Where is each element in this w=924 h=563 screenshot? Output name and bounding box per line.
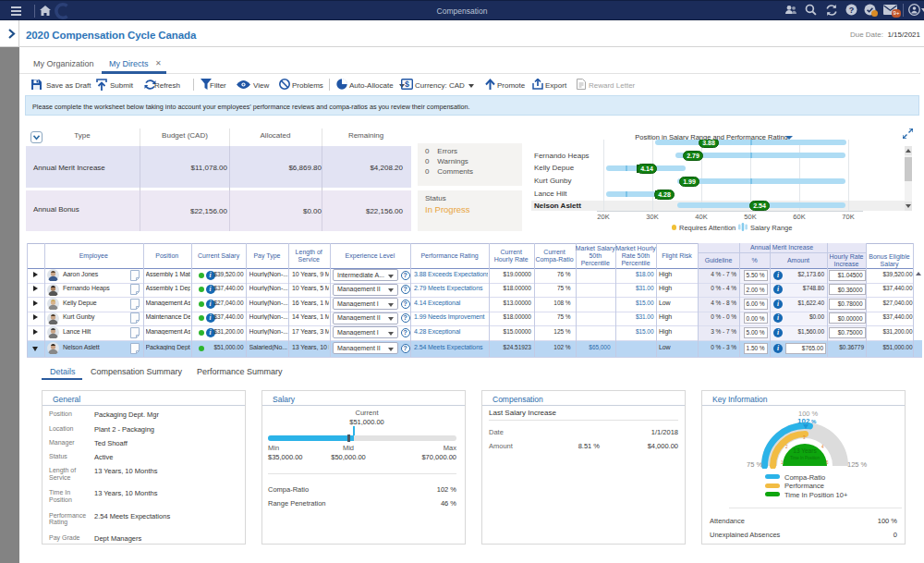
svg-text:2: 2 [785,445,788,449]
svg-text:?: ? [849,6,855,15]
svg-text:Time In Position: Time In Position [790,456,821,460]
svg-text:5: 5 [826,460,829,465]
svg-text:$: $ [405,80,409,89]
svg-text:13 Years: 13 Years [793,447,817,454]
